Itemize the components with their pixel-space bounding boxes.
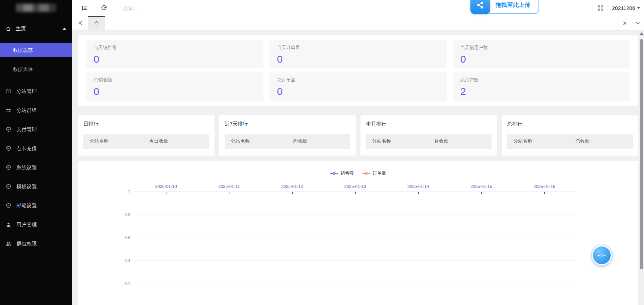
stat-label: 当天新用户数 bbox=[460, 45, 623, 51]
ranking-title: 本月排行 bbox=[366, 121, 492, 127]
x-axis-label: 2025-01-12 bbox=[281, 184, 303, 189]
user-dropdown[interactable]: 20211206 bbox=[612, 5, 640, 11]
user-icon bbox=[5, 222, 12, 228]
share-nodes-icon bbox=[476, 1, 485, 10]
scrollbar-thumb[interactable] bbox=[640, 39, 643, 269]
stat-card: 当天销售额0 bbox=[86, 40, 263, 68]
x-axis-label: 2025-01-13 bbox=[344, 184, 366, 189]
x-axis-tick bbox=[544, 192, 545, 194]
gridline bbox=[134, 284, 576, 284]
ranking-table-header: 分站名称总收款 bbox=[507, 134, 633, 149]
tabs-menu-button[interactable] bbox=[631, 16, 644, 30]
menu-fold-icon[interactable] bbox=[81, 5, 88, 12]
stat-value: 0 bbox=[277, 86, 439, 97]
x-axis-tick bbox=[292, 192, 293, 194]
ranking-table-header: 分站名称周收款 bbox=[225, 134, 350, 149]
y-axis-label: 0.6 bbox=[125, 236, 130, 240]
ranking-panel: 日排行分站名称今日收款 bbox=[78, 115, 214, 156]
ranking-title: 近7天排行 bbox=[225, 121, 350, 127]
tabs-scroll-left-button[interactable] bbox=[72, 16, 88, 30]
sidebar-item-home[interactable]: 主页 bbox=[0, 20, 72, 37]
stat-value: 2 bbox=[460, 86, 623, 97]
x-axis-tick bbox=[418, 192, 419, 194]
sidebar-item-label: 系统设置 bbox=[16, 164, 37, 171]
column-header-site-name: 分站名称 bbox=[366, 138, 419, 144]
legend-marker bbox=[330, 172, 338, 175]
fullscreen-icon[interactable] bbox=[597, 5, 604, 11]
stat-value: 0 bbox=[94, 53, 256, 65]
sidebar-item[interactable]: 模板设置 bbox=[0, 177, 72, 196]
main-content: 当天销售额0当天订单量0当天新用户数0总销售额0总订单量0总用户数2 日排行分站… bbox=[72, 30, 644, 305]
upload-dropzone[interactable]: 拖拽至此上传 bbox=[470, 0, 539, 14]
column-header-site-name: 分站名称 bbox=[225, 138, 277, 144]
ranking-panel: 总排行分站名称总收款 bbox=[502, 115, 638, 156]
column-header-amount: 月收款 bbox=[419, 138, 464, 144]
sidebar-item-label: 支付管理 bbox=[16, 126, 37, 133]
sidebar-menu: 分站管理分站群组支付管理点卡充值系统设置模板设置邮箱设置用户管理群组权限 bbox=[0, 82, 72, 253]
caret-down-icon bbox=[637, 7, 640, 9]
x-axis-label: 2025-01-15 bbox=[470, 184, 492, 189]
sidebar: 主页 数据总览数据大屏 分站管理分站群组支付管理点卡充值系统设置模板设置邮箱设置… bbox=[0, 0, 72, 305]
ranking-panel: 近7天排行分站名称周收款 bbox=[219, 115, 356, 156]
sales-orders-chart: 销售额订单量 2025-01-102025-01-112025-01-12202… bbox=[78, 161, 638, 305]
sidebar-item[interactable]: 分站群组 bbox=[0, 101, 72, 120]
sidebar-item[interactable]: 邮箱设置 bbox=[0, 196, 72, 215]
ranking-title: 日排行 bbox=[83, 121, 209, 127]
sidebar-item-label: 模板设置 bbox=[16, 183, 37, 190]
ranking-panels: 日排行分站名称今日收款近7天排行分站名称周收款本月排行分站名称月收款总排行分站名… bbox=[78, 115, 638, 156]
stat-card: 总订单量0 bbox=[270, 73, 447, 101]
stat-value: 0 bbox=[94, 86, 256, 97]
chevrons-left-icon bbox=[77, 20, 83, 26]
home-outline-icon bbox=[94, 20, 99, 26]
shield-check-icon bbox=[5, 203, 12, 209]
topbar: 拖拽至此上传 20211206 bbox=[72, 0, 644, 16]
clock-text: --:-- bbox=[597, 253, 606, 258]
sidebar-item[interactable]: 点卡充值 bbox=[0, 139, 72, 158]
tab-home[interactable] bbox=[88, 16, 105, 30]
legend-label: 销售额 bbox=[340, 170, 354, 176]
sidebar-item[interactable]: 支付管理 bbox=[0, 120, 72, 139]
modules-icon bbox=[5, 88, 12, 94]
search-input[interactable] bbox=[123, 5, 205, 11]
x-axis-label: 2025-01-14 bbox=[407, 184, 429, 189]
upload-label[interactable]: 拖拽至此上传 bbox=[486, 0, 539, 14]
home-icon bbox=[5, 26, 11, 32]
column-header-amount: 周收款 bbox=[277, 138, 323, 144]
y-axis-label: 0.4 bbox=[125, 258, 130, 263]
legend-item[interactable]: 订单量 bbox=[363, 170, 386, 176]
sidebar-item-label: 点卡充值 bbox=[16, 145, 37, 152]
ranking-table-header: 分站名称今日收款 bbox=[83, 134, 209, 149]
stat-card: 总用户数2 bbox=[453, 73, 630, 101]
sidebar-item-label: 群组权限 bbox=[16, 241, 37, 247]
sidebar-submenu: 数据总览数据大屏 bbox=[0, 43, 72, 76]
sidebar-item[interactable]: 分站管理 bbox=[0, 82, 72, 101]
tabs-scroll-right-button[interactable] bbox=[618, 16, 631, 30]
sidebar-subitem[interactable]: 数据大屏 bbox=[0, 62, 72, 76]
vertical-scrollbar[interactable] bbox=[639, 30, 644, 305]
sidebar-subitem[interactable]: 数据总览 bbox=[0, 43, 72, 57]
stat-label: 当天销售额 bbox=[94, 45, 256, 51]
refresh-icon[interactable] bbox=[101, 5, 107, 11]
app-logo-image bbox=[16, 4, 56, 12]
username: 20211206 bbox=[612, 5, 635, 11]
gridline bbox=[134, 238, 576, 238]
y-axis-label: 0.2 bbox=[125, 282, 130, 286]
sidebar-item[interactable]: 用户管理 bbox=[0, 215, 72, 234]
upload-icon-box[interactable] bbox=[470, 0, 490, 14]
stat-value: 0 bbox=[277, 53, 439, 65]
floating-clock-button[interactable]: --:-- bbox=[592, 245, 612, 265]
legend-item[interactable]: 销售额 bbox=[330, 170, 354, 176]
y-axis-label: 0.8 bbox=[125, 212, 130, 217]
gridline bbox=[134, 261, 576, 261]
sidebar-item[interactable]: 系统设置 bbox=[0, 158, 72, 177]
sidebar-item-label: 用户管理 bbox=[16, 222, 37, 228]
stat-value: 0 bbox=[460, 53, 623, 65]
x-axis-tick bbox=[166, 192, 167, 194]
stat-label: 总用户数 bbox=[460, 77, 623, 83]
sidebar-item[interactable]: 群组权限 bbox=[0, 234, 72, 253]
scrollbar-up-arrow[interactable] bbox=[640, 32, 643, 35]
sidebar-item-label: 分站群组 bbox=[16, 107, 37, 114]
stat-label: 总销售额 bbox=[94, 77, 256, 83]
stats-overview: 当天销售额0当天订单量0当天新用户数0总销售额0总订单量0总用户数2 bbox=[78, 35, 638, 106]
stat-card: 总销售额0 bbox=[86, 73, 263, 101]
